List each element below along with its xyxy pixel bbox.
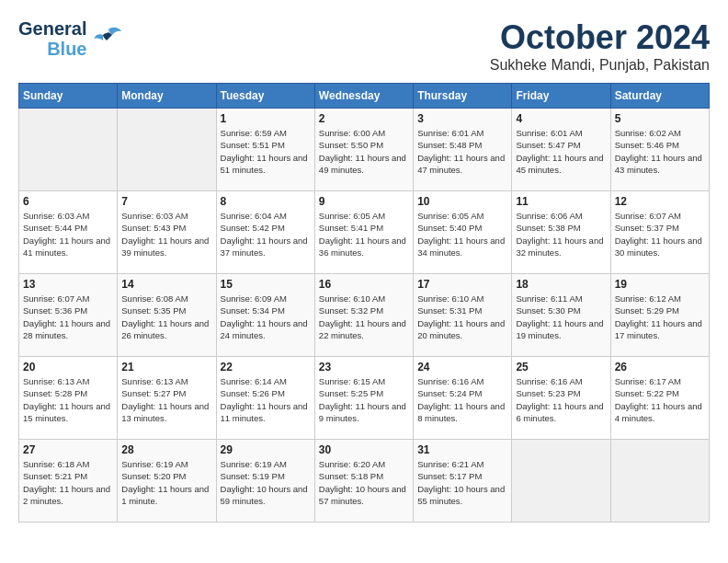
- day-number: 4: [516, 112, 606, 125]
- day-info: Sunrise: 6:08 AMSunset: 5:35 PMDaylight:…: [121, 293, 211, 341]
- day-number: 15: [221, 278, 311, 291]
- day-info: Sunrise: 6:17 AMSunset: 5:22 PMDaylight:…: [615, 375, 705, 424]
- day-info: Sunrise: 6:14 AMSunset: 5:26 PMDaylight:…: [221, 375, 311, 424]
- day-info: Sunrise: 6:19 AMSunset: 5:19 PMDaylight:…: [221, 458, 311, 507]
- column-header-saturday: Saturday: [610, 84, 709, 109]
- day-number: 23: [319, 361, 409, 373]
- calendar-cell: 23Sunrise: 6:15 AMSunset: 5:25 PMDayligh…: [314, 357, 413, 440]
- calendar-cell: 14Sunrise: 6:08 AMSunset: 5:35 PMDayligh…: [118, 274, 216, 357]
- day-info: Sunrise: 6:20 AMSunset: 5:18 PMDaylight:…: [319, 458, 409, 507]
- logo: General Blue: [18, 18, 123, 59]
- calendar-cell: 17Sunrise: 6:10 AMSunset: 5:31 PMDayligh…: [414, 274, 512, 357]
- column-header-monday: Monday: [118, 84, 216, 109]
- day-number: 12: [615, 195, 705, 208]
- page-header: General Blue October 2024 Sukheke Mandi,…: [18, 18, 710, 74]
- calendar-cell: 3Sunrise: 6:01 AMSunset: 5:48 PMDaylight…: [414, 109, 512, 191]
- calendar-cell: 10Sunrise: 6:05 AMSunset: 5:40 PMDayligh…: [414, 191, 512, 274]
- calendar-cell: 26Sunrise: 6:17 AMSunset: 5:22 PMDayligh…: [610, 357, 709, 440]
- calendar-cell: 7Sunrise: 6:03 AMSunset: 5:43 PMDaylight…: [118, 191, 216, 274]
- day-info: Sunrise: 6:09 AMSunset: 5:34 PMDaylight:…: [221, 293, 311, 341]
- day-number: 16: [319, 278, 409, 291]
- day-info: Sunrise: 6:15 AMSunset: 5:25 PMDaylight:…: [319, 375, 409, 424]
- day-info: Sunrise: 6:19 AMSunset: 5:20 PMDaylight:…: [121, 458, 211, 507]
- day-number: 7: [121, 195, 211, 208]
- day-number: 6: [23, 195, 113, 208]
- day-number: 17: [417, 278, 507, 291]
- calendar-week-row: 6Sunrise: 6:03 AMSunset: 5:44 PMDaylight…: [19, 191, 710, 274]
- day-info: Sunrise: 6:12 AMSunset: 5:29 PMDaylight:…: [615, 293, 705, 341]
- calendar-cell: 28Sunrise: 6:19 AMSunset: 5:20 PMDayligh…: [118, 440, 216, 523]
- column-header-sunday: Sunday: [19, 84, 118, 109]
- day-info: Sunrise: 6:05 AMSunset: 5:40 PMDaylight:…: [417, 210, 507, 259]
- calendar-cell: 25Sunrise: 6:16 AMSunset: 5:23 PMDayligh…: [512, 357, 610, 440]
- day-number: 8: [221, 195, 311, 208]
- day-number: 28: [121, 443, 211, 456]
- day-info: Sunrise: 6:01 AMSunset: 5:48 PMDaylight:…: [417, 127, 507, 176]
- day-number: 27: [23, 443, 113, 456]
- day-number: 9: [319, 195, 409, 208]
- day-info: Sunrise: 6:03 AMSunset: 5:43 PMDaylight:…: [121, 210, 211, 259]
- calendar-cell: [512, 440, 610, 523]
- day-info: Sunrise: 6:04 AMSunset: 5:42 PMDaylight:…: [221, 210, 311, 259]
- calendar-cell: 21Sunrise: 6:13 AMSunset: 5:27 PMDayligh…: [118, 357, 216, 440]
- day-number: 10: [417, 195, 507, 208]
- day-number: 29: [221, 443, 311, 456]
- calendar-week-row: 13Sunrise: 6:07 AMSunset: 5:36 PMDayligh…: [19, 274, 710, 357]
- logo-general: General: [18, 18, 86, 39]
- calendar-cell: [19, 109, 118, 191]
- column-header-tuesday: Tuesday: [216, 84, 314, 109]
- day-number: 11: [516, 195, 606, 208]
- location-title: Sukheke Mandi, Punjab, Pakistan: [490, 57, 710, 74]
- logo-bird-icon: [90, 22, 123, 55]
- day-number: 22: [221, 361, 311, 373]
- day-info: Sunrise: 6:07 AMSunset: 5:36 PMDaylight:…: [23, 293, 113, 341]
- calendar-cell: 22Sunrise: 6:14 AMSunset: 5:26 PMDayligh…: [216, 357, 314, 440]
- day-info: Sunrise: 6:10 AMSunset: 5:32 PMDaylight:…: [319, 293, 409, 341]
- day-info: Sunrise: 6:05 AMSunset: 5:41 PMDaylight:…: [319, 210, 409, 259]
- calendar-cell: 6Sunrise: 6:03 AMSunset: 5:44 PMDaylight…: [19, 191, 118, 274]
- title-block: October 2024 Sukheke Mandi, Punjab, Paki…: [490, 18, 710, 74]
- calendar-cell: 12Sunrise: 6:07 AMSunset: 5:37 PMDayligh…: [610, 191, 709, 274]
- month-title: October 2024: [490, 18, 710, 57]
- day-number: 25: [516, 361, 606, 373]
- day-info: Sunrise: 6:00 AMSunset: 5:50 PMDaylight:…: [319, 127, 409, 176]
- calendar-cell: 20Sunrise: 6:13 AMSunset: 5:28 PMDayligh…: [19, 357, 118, 440]
- calendar-week-row: 27Sunrise: 6:18 AMSunset: 5:21 PMDayligh…: [19, 440, 710, 523]
- day-info: Sunrise: 6:07 AMSunset: 5:37 PMDaylight:…: [615, 210, 705, 259]
- day-number: 26: [615, 361, 705, 373]
- day-info: Sunrise: 6:01 AMSunset: 5:47 PMDaylight:…: [516, 127, 606, 176]
- calendar-cell: [610, 440, 709, 523]
- calendar-cell: 13Sunrise: 6:07 AMSunset: 5:36 PMDayligh…: [19, 274, 118, 357]
- day-info: Sunrise: 6:02 AMSunset: 5:46 PMDaylight:…: [615, 127, 705, 176]
- calendar-cell: 8Sunrise: 6:04 AMSunset: 5:42 PMDaylight…: [216, 191, 314, 274]
- logo-blue: Blue: [47, 39, 86, 59]
- day-number: 14: [121, 278, 211, 291]
- column-header-wednesday: Wednesday: [314, 84, 413, 109]
- calendar-cell: 19Sunrise: 6:12 AMSunset: 5:29 PMDayligh…: [610, 274, 709, 357]
- day-info: Sunrise: 6:03 AMSunset: 5:44 PMDaylight:…: [23, 210, 113, 259]
- day-number: 24: [417, 361, 507, 373]
- calendar-cell: 2Sunrise: 6:00 AMSunset: 5:50 PMDaylight…: [314, 109, 413, 191]
- calendar-cell: 16Sunrise: 6:10 AMSunset: 5:32 PMDayligh…: [314, 274, 413, 357]
- calendar-cell: 24Sunrise: 6:16 AMSunset: 5:24 PMDayligh…: [414, 357, 512, 440]
- day-info: Sunrise: 6:13 AMSunset: 5:27 PMDaylight:…: [121, 375, 211, 424]
- calendar-week-row: 20Sunrise: 6:13 AMSunset: 5:28 PMDayligh…: [19, 357, 710, 440]
- day-number: 1: [221, 112, 311, 125]
- calendar-cell: 27Sunrise: 6:18 AMSunset: 5:21 PMDayligh…: [19, 440, 118, 523]
- day-info: Sunrise: 6:16 AMSunset: 5:24 PMDaylight:…: [417, 375, 507, 424]
- calendar-header-row: SundayMondayTuesdayWednesdayThursdayFrid…: [19, 84, 710, 109]
- day-number: 18: [516, 278, 606, 291]
- day-info: Sunrise: 6:06 AMSunset: 5:38 PMDaylight:…: [516, 210, 606, 259]
- calendar-cell: 9Sunrise: 6:05 AMSunset: 5:41 PMDaylight…: [314, 191, 413, 274]
- calendar-cell: 15Sunrise: 6:09 AMSunset: 5:34 PMDayligh…: [216, 274, 314, 357]
- day-number: 30: [319, 443, 409, 456]
- day-info: Sunrise: 6:11 AMSunset: 5:30 PMDaylight:…: [516, 293, 606, 341]
- day-info: Sunrise: 6:18 AMSunset: 5:21 PMDaylight:…: [23, 458, 113, 507]
- calendar-cell: 18Sunrise: 6:11 AMSunset: 5:30 PMDayligh…: [512, 274, 610, 357]
- day-info: Sunrise: 6:10 AMSunset: 5:31 PMDaylight:…: [417, 293, 507, 341]
- day-number: 31: [417, 443, 507, 456]
- day-info: Sunrise: 6:13 AMSunset: 5:28 PMDaylight:…: [23, 375, 113, 424]
- day-number: 3: [417, 112, 507, 125]
- day-number: 21: [121, 361, 211, 373]
- day-number: 2: [319, 112, 409, 125]
